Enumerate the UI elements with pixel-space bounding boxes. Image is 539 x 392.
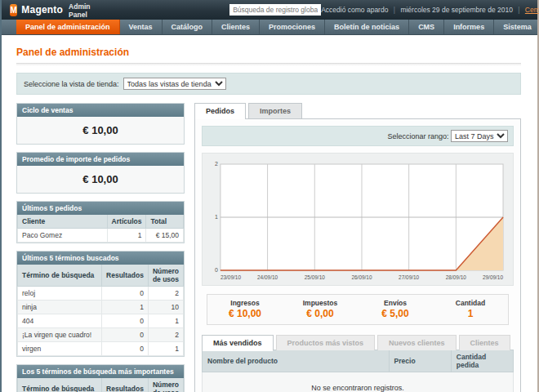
tab-importes[interactable]: Importes	[248, 103, 302, 118]
total-value: € 10,00	[207, 308, 283, 319]
dashboard-right-column: PedidosImportes Seleccionar rango: Last …	[194, 103, 521, 392]
total-impuestos: Impuestos€ 0,00	[283, 299, 358, 319]
average-orders-box: Promedio de importe de pedidos € 10,00	[16, 152, 185, 194]
last-search-terms-table: Término de búsquedaResultadosNúmero de u…	[17, 265, 184, 356]
table-row: reloj02	[18, 287, 184, 301]
table-cell: 1	[148, 314, 183, 328]
range-bar: Seleccionar rango: Last 7 Days	[202, 126, 514, 146]
dashboard-left-column: Ciclo de ventas € 10,00 Promedio de impo…	[16, 103, 185, 392]
column-header-numero-de-usos: Número de usos	[148, 378, 183, 392]
table-cell: 1	[102, 301, 149, 314]
column-header-termino-de-busqueda: Término de búsqueda	[18, 378, 102, 392]
magento-admin-window: M Magento Admin Panel Accedió como apard…	[0, 0, 539, 392]
svg-text:2: 2	[215, 161, 218, 167]
table-row: virgen01	[18, 342, 184, 356]
store-view-label: Seleccione la vista de tienda:	[24, 80, 119, 88]
lifetime-sales-value: € 10,00	[17, 117, 184, 144]
totals-row: Ingresos€ 10,00Impuestos€ 0,00Envíos€ 5,…	[207, 294, 509, 325]
logo-title: Magento	[21, 4, 63, 16]
lifetime-sales-box: Ciclo de ventas € 10,00	[16, 103, 185, 145]
total-value: 1	[433, 308, 508, 319]
tab-pedidos[interactable]: Pedidos	[194, 103, 246, 118]
total-value: € 5,00	[358, 308, 433, 319]
tab-nuevos-clientes: Nuevos clientes	[377, 335, 457, 350]
nav-item-ventas[interactable]: Ventas	[120, 20, 163, 34]
chart-panel: Seleccionar rango: Last 7 Days 01223/09/…	[194, 118, 521, 392]
table-cell: virgen	[18, 342, 102, 356]
table-cell: 10	[148, 301, 183, 314]
column-header-cliente: Cliente	[18, 215, 108, 229]
total-label: Ingresos	[207, 299, 283, 307]
main-nav: Panel de administraciónVentasCatálogoCli…	[2, 20, 537, 35]
total-value: € 0,00	[283, 308, 358, 319]
global-search-input[interactable]	[229, 4, 321, 16]
bottom-tabs: Más vendidosProductos más vistosNuevos c…	[202, 335, 514, 350]
last-orders-table: ClienteArtículosTotalPaco Gomez1€ 15,00	[17, 215, 184, 243]
svg-text:29/09/10: 29/09/10	[483, 274, 504, 280]
top-search-terms-title: Los 5 términos de búsqueda más important…	[17, 365, 184, 378]
nav-item-informes[interactable]: Informes	[444, 20, 494, 34]
table-cell: Paco Gomez	[18, 229, 108, 243]
column-header-precio: Precio	[389, 350, 451, 372]
total-cantidad: Cantidad1	[433, 299, 508, 319]
bottom-grid-area: Más vendidosProductos más vistosNuevos c…	[202, 335, 514, 392]
table-cell: 0	[102, 287, 149, 301]
table-cell: 0	[102, 342, 149, 356]
total-label: Envíos	[358, 299, 433, 307]
svg-text:25/09/10: 25/09/10	[305, 274, 326, 280]
nav-item-cms[interactable]: CMS	[409, 20, 444, 34]
last-search-terms-box: Últimos 5 términos buscados Término de b…	[16, 251, 185, 357]
magento-logo-icon: M	[10, 4, 17, 16]
table-cell: reloj	[18, 287, 102, 301]
content-area: Panel de administración Seleccione la vi…	[2, 35, 537, 392]
range-select[interactable]: Last 7 Days	[451, 130, 508, 142]
nav-item-catalogo[interactable]: Catálogo	[163, 20, 213, 34]
table-cell: 1	[107, 229, 146, 243]
svg-text:26/09/10: 26/09/10	[351, 274, 372, 280]
table-cell: 0	[102, 328, 149, 342]
empty-grid-message: No se encontraron registros.	[203, 372, 514, 392]
svg-text:24/09/10: 24/09/10	[257, 274, 278, 280]
total-label: Impuestos	[283, 299, 358, 307]
table-cell: 2	[148, 328, 183, 342]
column-header-termino-de-busqueda: Término de búsqueda	[18, 265, 102, 287]
table-cell: 0	[102, 314, 149, 328]
top-search-terms-table: Término de búsquedaResultadosNúmero de u…	[17, 378, 184, 392]
main-nav-list: Panel de administraciónVentasCatálogoCli…	[16, 20, 539, 34]
logged-in-as: Accedió como apardo	[321, 6, 388, 14]
last-orders-title: Últimos 5 pedidos	[17, 202, 184, 215]
chart-tabs: PedidosImportes	[194, 103, 521, 118]
logo-subtitle: Admin Panel	[69, 2, 95, 19]
table-cell: 2	[148, 287, 183, 301]
nav-item-panel-de-administracion[interactable]: Panel de administración	[16, 20, 120, 34]
total-label: Cantidad	[433, 299, 508, 307]
svg-text:28/09/10: 28/09/10	[446, 274, 467, 280]
table-cell: € 15,00	[146, 229, 184, 243]
nav-item-boletin-de-noticias[interactable]: Boletín de noticias	[325, 20, 409, 34]
last-search-terms-title: Últimos 5 términos buscados	[17, 252, 184, 265]
nav-item-sistema[interactable]: Sistema	[494, 20, 539, 34]
range-label: Seleccionar rango:	[387, 132, 448, 140]
current-date: miércoles 29 de septiembre de 2010	[400, 6, 513, 14]
svg-text:23/09/10: 23/09/10	[220, 274, 242, 280]
page-title: Panel de administración	[16, 47, 521, 58]
lifetime-sales-title: Ciclo de ventas	[17, 104, 184, 117]
column-header-total: Total	[146, 215, 184, 229]
svg-text:27/09/10: 27/09/10	[399, 274, 420, 280]
title-divider	[16, 63, 521, 66]
tab-mas-vendidos[interactable]: Más vendidos	[202, 335, 274, 350]
header-user-info: Accedió como apardo | miércoles 29 de se…	[321, 6, 539, 14]
tab-clientes: Clientes	[459, 335, 510, 350]
store-view-select[interactable]: Todas las vistas de tienda	[123, 78, 226, 90]
products-grid: Nombre del productoPrecioCantidad pedida…	[202, 350, 514, 392]
last-orders-box: Últimos 5 pedidos ClienteArtículosTotalP…	[16, 201, 185, 243]
svg-text:0: 0	[215, 267, 218, 273]
nav-item-clientes[interactable]: Clientes	[212, 20, 260, 34]
logout-link[interactable]: Cerrar Sesión	[525, 6, 539, 14]
column-header-resultados: Resultados	[102, 378, 149, 392]
table-cell: 404	[18, 314, 102, 328]
column-header-cantidad-pedida: Cantidad pedida	[451, 350, 513, 372]
tab-productos-mas-vistos: Productos más vistos	[276, 335, 376, 350]
orders-chart: 01223/09/1024/09/1025/09/1026/09/1027/09…	[202, 153, 514, 286]
nav-item-promociones[interactable]: Promociones	[260, 20, 325, 34]
